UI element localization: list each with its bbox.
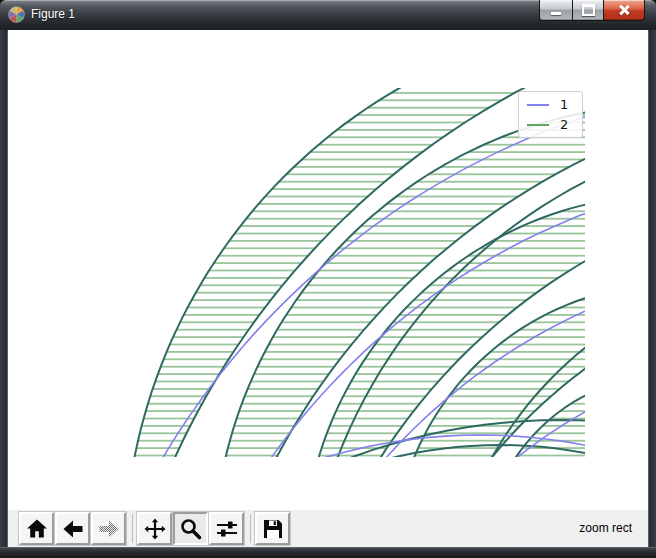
forward-arrow-icon — [97, 517, 121, 541]
close-button[interactable] — [604, 0, 645, 21]
minimize-icon — [551, 12, 561, 15]
zoom-button[interactable] — [173, 512, 208, 545]
minimize-button[interactable] — [539, 0, 573, 21]
zoom-magnifier-icon — [179, 517, 203, 541]
window-border-left — [0, 30, 8, 547]
legend: 1 2 — [518, 91, 583, 138]
legend-entry-1: 1 — [519, 97, 582, 112]
legend-entry-2: 2 — [519, 117, 582, 132]
legend-line-sample-2 — [527, 124, 549, 126]
back-arrow-icon — [61, 517, 85, 541]
toolbar-status: zoom rect — [579, 510, 632, 547]
matplotlib-app-icon — [8, 6, 25, 23]
configure-subplots-button[interactable] — [209, 512, 244, 545]
titlebar[interactable]: Figure 1 — [0, 0, 656, 30]
maximize-icon — [582, 4, 595, 16]
toolbar-separator — [250, 514, 251, 543]
legend-label-2: 2 — [560, 117, 568, 132]
plot-canvas[interactable]: 1 2 — [8, 30, 648, 510]
toolbar-separator — [132, 514, 133, 543]
matplotlib-logo-icon — [8, 6, 25, 23]
sliders-icon — [215, 517, 239, 541]
save-floppy-icon — [261, 517, 285, 541]
home-button[interactable] — [19, 512, 54, 545]
window-title: Figure 1 — [31, 0, 75, 29]
save-button[interactable] — [255, 512, 290, 545]
client-area: 1 2 — [8, 30, 648, 547]
forward-button[interactable] — [91, 512, 126, 545]
pan-button[interactable] — [137, 512, 172, 545]
legend-line-sample-1 — [527, 104, 549, 106]
maximize-button[interactable] — [573, 0, 604, 21]
close-icon — [618, 4, 630, 16]
window-border-right — [648, 30, 656, 547]
legend-label-1: 1 — [560, 97, 568, 112]
figure-window: Figure 1 1 2 — [0, 0, 656, 558]
navigation-toolbar: zoom rect — [8, 510, 648, 547]
back-button[interactable] — [55, 512, 90, 545]
home-icon — [25, 517, 49, 541]
window-border-bottom[interactable] — [0, 547, 656, 558]
pan-icon — [143, 517, 167, 541]
window-controls — [539, 0, 645, 21]
